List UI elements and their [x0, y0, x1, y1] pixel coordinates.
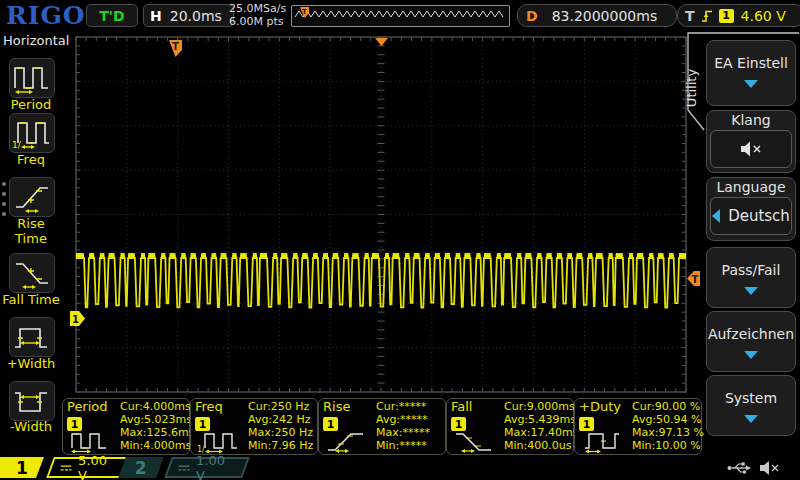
channel-badge: 1 — [579, 417, 594, 431]
speaker-mute-icon — [738, 139, 764, 159]
measurement-cur: Cur:4.000ms — [120, 400, 194, 413]
softkey-label: EA Einstell — [707, 55, 795, 71]
svg-text:T: T — [172, 41, 179, 52]
ch1-ground-marker[interactable]: 1 — [70, 311, 85, 326]
measurement-pos-duty[interactable]: +Duty 1 Cur:90.00 % Avg:50.94 % Max:97.1… — [574, 398, 702, 455]
softkey-pass-fail[interactable]: Pass/Fail — [706, 247, 796, 308]
softkey-ea-einstell[interactable]: EA Einstell — [706, 40, 796, 106]
measurement-max: Max:250 Hz — [248, 426, 313, 439]
softkey-label: Aufzeichnen — [707, 326, 795, 342]
measurement-avg: Avg:242 Hz — [248, 413, 313, 426]
measurement-label: Freq — [195, 399, 223, 414]
speaker-mute-icon — [760, 461, 778, 475]
measurement-min: Min:4.000ms — [120, 439, 194, 452]
measurement-max: Max:125.6ms — [120, 426, 194, 439]
channel2-indicator[interactable]: 2 — [118, 457, 164, 478]
measurement-fall[interactable]: Fall 1 Cur:9.000ms Avg:5.439ms Max:17.40… — [446, 398, 574, 455]
softkey-label: System — [707, 390, 795, 406]
measurement-avg: Avg:5.023ms — [120, 413, 194, 426]
period-icon — [69, 430, 117, 453]
channel-badge: 1 — [451, 417, 466, 431]
channel1-number: 1 — [16, 458, 28, 478]
chevron-down-icon — [744, 415, 758, 423]
status-icon-group — [726, 459, 786, 477]
measurement-label: Rise — [323, 399, 350, 414]
measurement-cur: Cur:***** — [376, 400, 430, 413]
rise-icon — [325, 430, 373, 453]
measurement-label: +Duty — [579, 399, 621, 414]
measurement-min: Min:10.00 % — [632, 439, 704, 452]
softkey-klang[interactable]: Klang — [706, 110, 796, 173]
graticule-grid — [76, 37, 686, 392]
usb-icon — [728, 462, 752, 473]
chevron-left-icon — [712, 209, 720, 223]
channel-badge: 1 — [67, 417, 82, 431]
measurement-avg: Avg:50.94 % — [632, 413, 704, 426]
measurement-max: Max:***** — [376, 426, 430, 439]
measurement-label: Period — [67, 399, 108, 414]
fall-icon — [453, 430, 501, 453]
svg-text:T: T — [692, 274, 699, 285]
measurement-avg: Avg:5.439ms — [504, 413, 578, 426]
freq-icon: 1/ — [197, 430, 245, 453]
svg-text:1/: 1/ — [197, 445, 205, 453]
softkey-label: Language — [707, 179, 795, 195]
measurement-min: Min:7.96 Hz — [248, 439, 313, 452]
utility-menu-tab: Utility — [684, 48, 700, 128]
channel2-scale: 1.00 V — [196, 453, 236, 480]
softkey-system[interactable]: System — [706, 375, 796, 436]
channel2-scale-box[interactable]: 1.00 V — [164, 457, 250, 478]
softkey-aufzeichnen[interactable]: Aufzeichnen — [706, 311, 796, 372]
chevron-down-icon — [744, 351, 758, 359]
softkey-language[interactable]: Language Deutsch — [706, 177, 796, 241]
chevron-down-icon — [744, 80, 758, 88]
measurement-cur: Cur:90.00 % — [632, 400, 704, 413]
softkey-label: Pass/Fail — [707, 262, 795, 278]
chevron-down-icon — [744, 287, 758, 295]
measurement-rise[interactable]: Rise 1 Cur:***** Avg:***** Max:***** Min… — [318, 398, 446, 455]
coupling-icon — [178, 463, 190, 473]
measurement-cur: Cur:250 Hz — [248, 400, 313, 413]
measurement-freq[interactable]: Freq 1 1/ Cur:250 Hz Avg:242 Hz Max:250 … — [190, 398, 318, 455]
measurement-avg: Avg:***** — [376, 413, 430, 426]
measurement-max: Max:17.40ms — [504, 426, 578, 439]
measurement-period[interactable]: Period 1 Cur:4.000ms Avg:5.023ms Max:125… — [62, 398, 190, 455]
coupling-icon — [60, 463, 72, 473]
measurement-min: Min:***** — [376, 439, 430, 452]
trigger-level-marker[interactable]: T — [687, 271, 700, 286]
trigger-position-marker[interactable]: T — [169, 40, 182, 57]
pos-duty-icon — [581, 430, 629, 453]
channel-badge: 1 — [195, 417, 210, 431]
measurement-max: Max:97.13 % — [632, 426, 704, 439]
measurement-label: Fall — [451, 399, 472, 414]
channel1-scale: 5.00 V — [78, 453, 118, 480]
measurement-cur: Cur:9.000ms — [504, 400, 578, 413]
channel-badge: 1 — [323, 417, 338, 431]
svg-text:1: 1 — [72, 314, 79, 325]
channel2-number: 2 — [135, 458, 147, 478]
softkey-label: Klang — [707, 112, 795, 128]
measurement-min: Min:400.0us — [504, 439, 578, 452]
delay-reference-marker — [375, 38, 388, 46]
language-value: Deutsch — [728, 207, 790, 225]
ch1-waveform — [76, 256, 686, 307]
